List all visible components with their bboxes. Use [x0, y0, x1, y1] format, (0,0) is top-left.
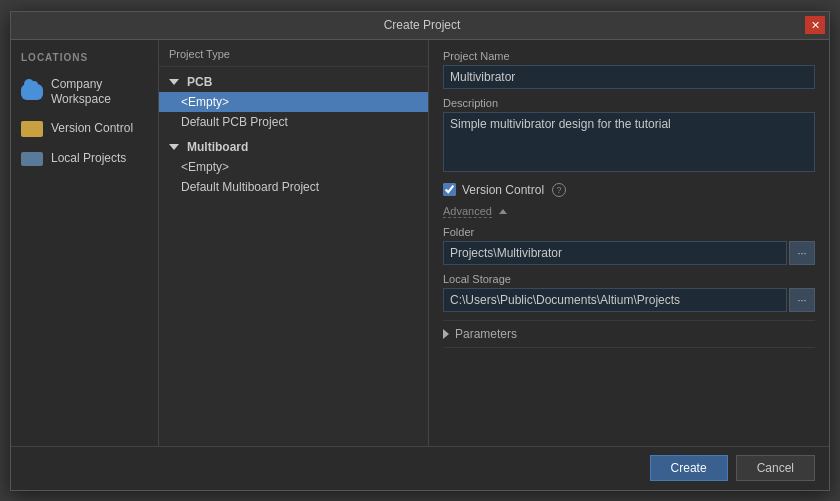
pcb-expand-icon: [169, 79, 179, 85]
help-icon[interactable]: ?: [552, 183, 566, 197]
local-storage-input-group: ···: [443, 288, 815, 312]
project-name-group: Project Name: [443, 50, 815, 89]
locations-panel: LOCATIONS Company Workspace Version Cont…: [11, 40, 159, 446]
description-group: Description Simple multivibrator design …: [443, 97, 815, 175]
tree-item-mb-default[interactable]: Default Multiboard Project: [159, 177, 428, 197]
advanced-row[interactable]: Advanced: [443, 205, 815, 218]
local-storage-browse-button[interactable]: ···: [789, 288, 815, 312]
pcb-category-label: PCB: [187, 75, 212, 89]
local-storage-input[interactable]: [443, 288, 787, 312]
dialog-footer: Create Cancel: [11, 446, 829, 490]
version-control-checkbox[interactable]: [443, 183, 456, 196]
tree-item-pcb-empty[interactable]: <Empty>: [159, 92, 428, 112]
advanced-toggle-icon: [499, 209, 507, 214]
form-panel: Project Name Description Simple multivib…: [429, 40, 829, 446]
version-control-group: Version Control ?: [443, 183, 815, 197]
vcs-icon: [21, 120, 43, 138]
dialog-body: LOCATIONS Company Workspace Version Cont…: [11, 40, 829, 446]
project-name-label: Project Name: [443, 50, 815, 62]
advanced-label: Advanced: [443, 205, 492, 218]
multiboard-expand-icon: [169, 144, 179, 150]
folder-label: Folder: [443, 226, 815, 238]
parameters-expand-icon: [443, 329, 449, 339]
parameters-row[interactable]: Parameters: [443, 320, 815, 348]
tree-item-mb-empty[interactable]: <Empty>: [159, 157, 428, 177]
local-storage-group: Local Storage ···: [443, 273, 815, 312]
dialog-overlay: Create Project ✕ LOCATIONS Company Works…: [0, 0, 840, 501]
description-textarea[interactable]: Simple multivibrator design for the tuto…: [443, 112, 815, 172]
project-type-tree: PCB <Empty> Default PCB Project Multiboa…: [159, 67, 428, 446]
multiboard-category-label: Multiboard: [187, 140, 248, 154]
tree-item-pcb-default[interactable]: Default PCB Project: [159, 112, 428, 132]
dialog-title: Create Project: [39, 18, 805, 32]
pcb-default-label: Default PCB Project: [181, 115, 288, 129]
description-label: Description: [443, 97, 815, 109]
project-type-header: Project Type: [159, 40, 428, 67]
close-button[interactable]: ✕: [805, 16, 825, 34]
category-pcb[interactable]: PCB: [159, 71, 428, 92]
locations-header: LOCATIONS: [11, 48, 158, 71]
project-name-input[interactable]: [443, 65, 815, 89]
folder-input-group: ···: [443, 241, 815, 265]
cancel-button[interactable]: Cancel: [736, 455, 815, 481]
create-button[interactable]: Create: [650, 455, 728, 481]
create-project-dialog: Create Project ✕ LOCATIONS Company Works…: [10, 11, 830, 491]
local-projects-label: Local Projects: [51, 151, 126, 167]
pcb-empty-label: <Empty>: [181, 95, 229, 109]
mb-empty-label: <Empty>: [181, 160, 229, 174]
folder-group: Folder ···: [443, 226, 815, 265]
parameters-label: Parameters: [455, 327, 517, 341]
sidebar-item-version-control[interactable]: Version Control: [11, 114, 158, 144]
version-control-label: Version Control: [51, 121, 133, 137]
form-spacer: [443, 356, 815, 436]
cloud-icon: [21, 83, 43, 101]
folder-input[interactable]: [443, 241, 787, 265]
category-multiboard[interactable]: Multiboard: [159, 136, 428, 157]
company-workspace-label: Company Workspace: [51, 77, 148, 108]
mb-default-label: Default Multiboard Project: [181, 180, 319, 194]
sidebar-item-company-workspace[interactable]: Company Workspace: [11, 71, 158, 114]
local-icon: [21, 150, 43, 168]
sidebar-item-local-projects[interactable]: Local Projects: [11, 144, 158, 174]
local-storage-label: Local Storage: [443, 273, 815, 285]
project-type-panel: Project Type PCB <Empty> Default PCB Pro…: [159, 40, 429, 446]
folder-browse-button[interactable]: ···: [789, 241, 815, 265]
version-control-checkbox-label: Version Control: [462, 183, 544, 197]
dialog-titlebar: Create Project ✕: [11, 12, 829, 40]
